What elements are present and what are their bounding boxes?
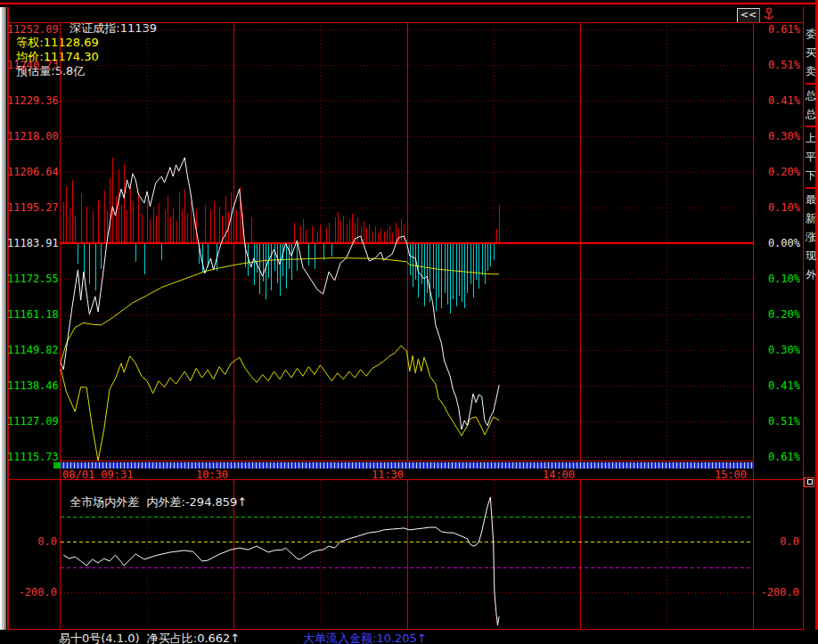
right-strip-divider [806,83,818,85]
time-label: 14:00 [536,469,581,481]
sub-panel-value: 内外差:-294.859↑ [147,495,248,509]
percent-axis-label: 0.30% [757,130,800,143]
percent-axis-label: 0.61% [757,23,800,36]
price-axis-label: 11183.91 [7,237,57,249]
sub-axis-neg200-left: -200.0 [7,586,57,599]
right-side-panel-strip[interactable]: 委买卖总总上平下最新涨现外 [806,25,818,631]
right-strip-item[interactable]: 下 [806,167,818,185]
sub-axis-zero-right: 0.0 [757,535,799,548]
right-strip-item[interactable]: 上 [806,129,818,148]
sub-panel-title: 全市场内外差 [70,495,139,509]
right-strip-divider [806,187,818,189]
right-strip-item[interactable]: 涨 [806,228,818,247]
plot-right-border [753,22,754,630]
trading-terminal-window: { "title_bar": { "items": [ {"label": "深… [0,0,818,644]
sub-axis-neg200-right: -200.0 [757,586,799,599]
percent-axis-label: 0.61% [757,451,800,463]
percent-axis-label: 0.41% [757,379,800,392]
right-strip-item[interactable]: 卖 [806,62,818,81]
percent-axis-label: 0.51% [757,59,800,71]
price-axis-label: 11195.27 [7,201,57,214]
time-label-open: 08/01 09:31 [62,469,133,481]
percent-axis-label: 0.20% [757,166,800,178]
sub-panel-header: 全市场内外差 内外差:-294.859↑ [62,481,247,509]
percent-axis-label: 0.41% [757,94,800,107]
right-strip-item[interactable]: 委 [806,25,818,44]
price-axis-label: 11218.00 [7,130,57,143]
right-strip-item[interactable]: 最 [806,191,818,209]
price-axis-label: 11206.64 [7,166,57,178]
sub-sp [139,495,146,509]
status-big-order-inflow[interactable]: 大单流入金额:10.205↑ [303,632,427,644]
panel-splitter-handle[interactable] [61,462,753,469]
right-strip-item[interactable]: 总 [806,86,818,105]
price-axis-label: 11172.55 [7,273,57,285]
percent-axis-label: 0.30% [757,344,800,356]
percent-axis-label: 0.10% [757,273,800,285]
time-label: 11:30 [365,469,410,481]
price-axis-label: 11127.09 [7,415,57,428]
main-plot-top-border [8,22,803,23]
right-strip-item[interactable]: 外 [806,265,818,284]
price-axis-label: 11240.73 [7,59,57,71]
sub-axis-zero-left: 0.0 [7,535,57,548]
time-label: 15:00 [708,469,753,481]
price-axis-label: 11252.09 [7,23,57,36]
right-strip-item[interactable]: 新 [806,209,818,228]
right-strip-item[interactable]: 总 [806,105,818,124]
status-app-version: 易十0号(4.1.0) 净买占比:0.662↑ [59,632,240,644]
percent-axis-label: 0.00% [757,237,800,249]
status-bar: 易十0号(4.1.0) 净买占比:0.662↑ 大单流入金额:10.205↑ [0,630,818,644]
right-strip-divider [806,126,818,127]
price-axis-label: 11115.73 [7,451,57,463]
price-axis-label: 11149.82 [7,344,57,356]
main-plot-bottom-border [60,461,754,461]
plot-left-border [60,22,61,630]
price-axis-label: 11138.46 [7,379,57,392]
splitter-left-cap [53,462,61,469]
time-label: 10:30 [190,469,234,481]
percent-axis-label: 0.10% [757,201,800,214]
intraday-chart-canvas[interactable] [0,0,818,644]
right-strip-item[interactable]: 平 [806,148,818,167]
percent-axis-label: 0.20% [757,308,800,321]
percent-axis-label: 0.51% [757,415,800,428]
price-axis-label: 11161.18 [7,308,57,321]
price-axis-label: 11229.36 [7,94,57,107]
right-strip-item[interactable]: 现 [806,247,818,265]
right-strip-item[interactable]: 买 [806,44,818,62]
